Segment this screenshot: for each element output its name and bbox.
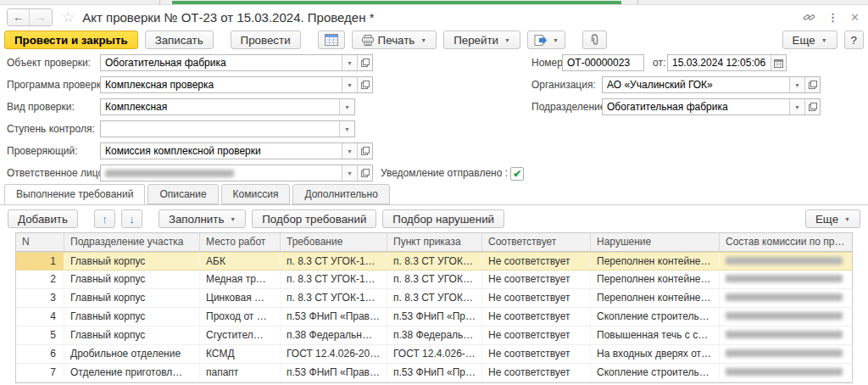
table-cell[interactable]: Не соответствует xyxy=(482,345,591,363)
responsible-field[interactable]: ▼ xyxy=(100,165,373,181)
table-cell[interactable]: Переполнен контейнер дл… xyxy=(591,271,720,288)
calendar-button[interactable] xyxy=(771,55,786,70)
dropdown-button[interactable]: ▼ xyxy=(789,99,804,114)
table-cell[interactable]: Главный корпус xyxy=(64,253,200,270)
open-button[interactable] xyxy=(804,77,820,92)
redacted-cell[interactable] xyxy=(720,345,852,363)
table-cell[interactable]: 7 xyxy=(16,364,64,382)
dropdown-button[interactable]: ▼ xyxy=(342,55,357,70)
table-cell[interactable]: Скопление строительного … xyxy=(591,308,720,326)
col-header-conforms[interactable]: Соответствует xyxy=(482,233,591,251)
dropdown-button[interactable]: ▼ xyxy=(342,143,357,159)
inspector-value[interactable]: Комиссия комплексной проверки xyxy=(101,143,342,159)
add-row-button[interactable]: Добавить xyxy=(8,209,78,228)
tab-description[interactable]: Описание xyxy=(147,184,218,204)
close-icon[interactable]: ✕ xyxy=(850,11,860,24)
table-cell[interactable]: Скопление строительного … xyxy=(591,364,720,382)
move-down-button[interactable]: ↓ xyxy=(121,209,142,228)
open-button[interactable] xyxy=(357,55,372,70)
table-cell[interactable]: п.53 ФНиП «Прав… xyxy=(281,308,387,326)
table-cell[interactable]: п. 8.3 СТ УГОК-1… xyxy=(281,253,387,270)
dropdown-button[interactable]: ▼ xyxy=(342,165,357,181)
kind-value[interactable]: Комплексная xyxy=(101,99,339,114)
table-cell[interactable]: Переполнен контейнер дл… xyxy=(591,289,720,307)
dropdown-button[interactable]: ▼ xyxy=(342,77,357,92)
col-header-number[interactable]: N xyxy=(16,233,64,251)
tab-commission[interactable]: Комиссия xyxy=(221,184,291,204)
organization-value[interactable]: АО «Учалинский ГОК» xyxy=(603,77,789,92)
redacted-cell[interactable] xyxy=(720,271,852,288)
write-button[interactable]: Записать xyxy=(145,31,214,49)
control-level-value[interactable] xyxy=(101,121,339,137)
date-field[interactable]: 15.03.2024 12:05:06 xyxy=(667,54,787,71)
table-cell[interactable]: КСМД xyxy=(200,345,281,363)
table-row[interactable]: 1Главный корпусАБКп. 8.3 СТ УГОК-1…п. 8.… xyxy=(16,252,852,271)
table-row[interactable]: 5Главный корпусСгустител…п.38 Федеральн…… xyxy=(16,326,852,345)
table-row[interactable]: 4Главный корпусПроход от …п.53 ФНиП «Пра… xyxy=(16,308,852,326)
table-row[interactable]: 6Дробильное отделениеКСМДГОСТ 12.4.026-2… xyxy=(16,345,852,364)
tab-additional[interactable]: Дополнительно xyxy=(292,184,389,204)
register-records-button[interactable] xyxy=(318,31,345,49)
table-cell[interactable]: Главный корпус xyxy=(64,289,200,307)
table-cell[interactable]: 6 xyxy=(16,345,64,363)
control-level-field[interactable]: ▼ xyxy=(100,120,355,137)
post-and-close-button[interactable]: Провести и закрыть xyxy=(4,31,138,49)
redacted-cell[interactable] xyxy=(720,289,852,307)
attachments-button[interactable] xyxy=(582,31,607,49)
table-row[interactable]: 2Главный корпусМедная тр…п. 8.3 СТ УГОК-… xyxy=(16,271,852,289)
more-button[interactable]: Еще▼ xyxy=(782,31,837,49)
number-field[interactable]: ОТ-00000023 xyxy=(562,54,644,71)
table-cell[interactable]: Переполнен контейнер дл… xyxy=(591,253,720,270)
table-row[interactable]: 3Главный корпусЦинковая …п. 8.3 СТ УГОК-… xyxy=(16,289,852,308)
dropdown-button[interactable]: ▼ xyxy=(339,99,354,114)
print-button[interactable]: Печать▼ xyxy=(352,31,437,49)
object-value[interactable]: Обогатительная фабрика xyxy=(101,55,342,70)
table-cell[interactable]: п. 8.3 СТ УГОК-16-15 «Система … xyxy=(387,253,482,270)
col-header-requirement[interactable]: Требование xyxy=(281,233,387,251)
table-cell[interactable]: АБК xyxy=(200,253,281,270)
table-cell[interactable]: Цинковая … xyxy=(200,289,281,307)
redacted-cell[interactable] xyxy=(720,308,852,326)
program-field[interactable]: Комплексная проверка ▼ xyxy=(100,76,373,93)
goto-button[interactable]: Перейти▼ xyxy=(443,31,520,49)
redacted-cell[interactable] xyxy=(720,326,852,344)
send-button[interactable]: ▼ xyxy=(527,31,565,49)
table-cell[interactable]: п. 8.3 СТ УГОК-16-15 «Система … xyxy=(387,289,482,307)
col-header-workplace[interactable]: Место работ xyxy=(200,233,281,251)
table-cell[interactable]: папапт xyxy=(200,364,281,382)
col-header-violation[interactable]: Нарушение xyxy=(591,233,720,251)
table-cell[interactable]: п. 8.3 СТ УГОК-16-15 «Система … xyxy=(387,271,482,288)
table-cell[interactable]: Не соответствует xyxy=(482,289,591,307)
table-cell[interactable]: Не соответствует xyxy=(482,253,591,270)
table-cell[interactable]: Проход от … xyxy=(200,308,281,326)
open-button[interactable] xyxy=(357,165,372,181)
tab-requirements[interactable]: Выполнение требований xyxy=(4,184,145,204)
table-cell[interactable]: Не соответствует xyxy=(482,326,591,344)
col-header-order-clause[interactable]: Пункт приказа xyxy=(387,233,482,251)
open-button[interactable] xyxy=(357,77,372,92)
table-cell[interactable]: Сгустител… xyxy=(200,326,281,344)
organization-field[interactable]: АО «Учалинский ГОК» ▼ xyxy=(602,76,821,93)
table-more-button[interactable]: Еще▼ xyxy=(805,209,860,228)
department-field[interactable]: Обогатительная фабрика ▼ xyxy=(602,98,821,115)
table-cell[interactable]: п.53 ФНиП «Правила безопасно… xyxy=(387,308,482,326)
number-value[interactable]: ОТ-00000023 xyxy=(563,55,643,70)
menu-dots-icon[interactable]: ⋮ xyxy=(827,11,838,24)
department-value[interactable]: Обогатительная фабрика xyxy=(603,99,789,114)
inspector-field[interactable]: Комиссия комплексной проверки ▼ xyxy=(100,142,373,159)
table-cell[interactable]: Повышенная течь с сальн… xyxy=(591,326,720,344)
open-button[interactable] xyxy=(357,143,372,159)
table-cell[interactable]: На входных дверях отсутс… xyxy=(591,345,720,363)
object-field[interactable]: Обогатительная фабрика ▼ xyxy=(100,54,373,71)
help-button[interactable]: ? xyxy=(844,31,864,49)
table-cell[interactable]: 3 xyxy=(16,289,64,307)
dropdown-button[interactable]: ▼ xyxy=(789,77,804,92)
table-cell[interactable]: п.53 ФНиП «Прав… xyxy=(281,364,387,382)
kind-field[interactable]: Комплексная ▼ xyxy=(100,98,355,115)
program-value[interactable]: Комплексная проверка xyxy=(101,77,342,92)
table-cell[interactable]: ГОСТ 12.4.026-2015 xyxy=(387,345,482,363)
table-cell[interactable]: ГОСТ 12.4.026-20… xyxy=(281,345,387,363)
table-cell[interactable]: п. 8.3 СТ УГОК-1… xyxy=(281,289,387,307)
table-cell[interactable]: Главный корпус xyxy=(64,308,200,326)
table-cell[interactable]: 1 xyxy=(16,253,64,270)
